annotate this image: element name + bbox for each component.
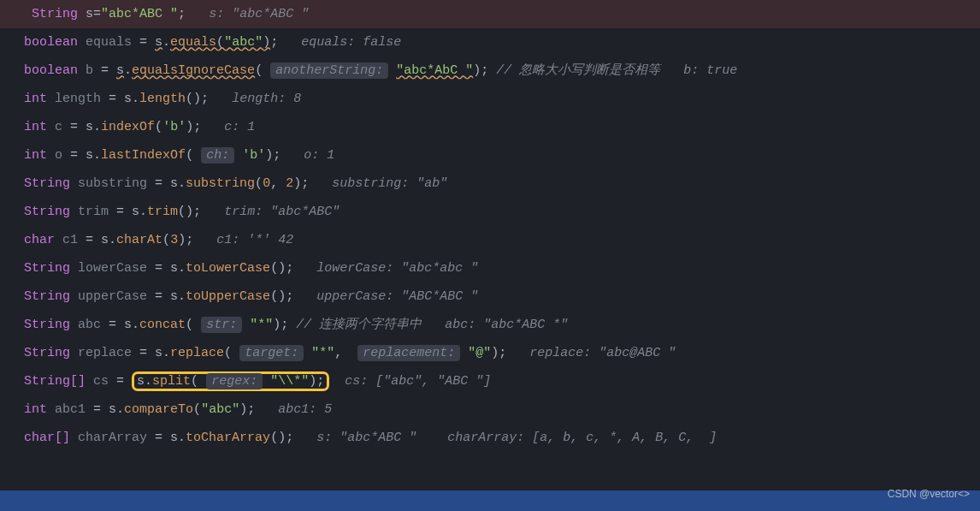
code-line[interactable]: char c1 = s.charAt(3); c1: '*' 42	[0, 226, 980, 254]
code-line[interactable]: boolean equals = s.equals("abc"); equals…	[0, 28, 980, 56]
semicolon: ;	[178, 7, 186, 21]
param-hint: anotherString:	[270, 62, 388, 79]
code-line[interactable]: int o = s.lastIndexOf( ch: 'b'); o: 1	[0, 141, 980, 169]
object-ref: s	[124, 318, 132, 332]
variable: replace	[78, 346, 132, 360]
object-ref: s	[170, 289, 178, 304]
variable: charArray	[78, 431, 147, 445]
inline-hint: b: true	[683, 63, 737, 78]
code-line[interactable]: String replace = s.replace( target: "*",…	[0, 339, 980, 367]
code-line[interactable]: String trim = s.trim(); trim: "abc*ABC"	[0, 198, 980, 226]
string-literal: "\\*"	[270, 374, 309, 389]
code-line[interactable]: String lowerCase = s.toLowerCase(); lowe…	[0, 254, 980, 282]
inline-hint: abc1: 5	[278, 402, 332, 417]
code-line[interactable]: int abc1 = s.compareTo("abc"); abc1: 5	[0, 395, 980, 424]
inline-hint: replace: "abc@ABC "	[529, 346, 676, 360]
keyword: String	[24, 289, 70, 304]
param-hint: str:	[201, 317, 242, 333]
string-literal: "*"	[311, 346, 334, 360]
inline-hint: length: 8	[232, 92, 301, 106]
inline-hint: upperCase: "ABC*ABC "	[316, 289, 478, 304]
method-call: compareTo	[124, 402, 193, 417]
method-call: replace	[170, 346, 224, 360]
method-call: charAt	[116, 233, 162, 247]
watermark: CSDN @vector<>	[888, 480, 970, 508]
highlight-box: s.split( regex: "\\*");	[132, 371, 329, 391]
variable: upperCase	[78, 289, 147, 304]
code-line[interactable]: String s="abc*ABC "; s: "abc*ABC "	[0, 0, 980, 28]
method-call: equals	[170, 35, 216, 50]
string-literal: "@"	[468, 346, 491, 360]
object-ref: s	[170, 261, 178, 276]
method-call: concat	[139, 318, 186, 332]
char-literal: 'b'	[162, 120, 186, 134]
object-ref: s	[170, 176, 178, 191]
inline-hint: s: "abc*ABC "	[316, 431, 416, 445]
object-ref: s	[155, 35, 162, 50]
param-hint: ch:	[201, 147, 234, 163]
string-literal: "abc*ABC "	[101, 7, 178, 21]
string-literal: "abc"	[224, 35, 263, 50]
number-literal: 3	[170, 233, 178, 247]
method-call: lastIndexOf	[101, 148, 186, 163]
keyword: boolean	[24, 35, 78, 50]
object-ref: s	[86, 148, 93, 163]
comment-text: 连接两个字符串中	[319, 318, 422, 332]
code-line[interactable]: int c = s.indexOf('b'); c: 1	[0, 113, 980, 141]
code-line[interactable]: int length = s.length(); length: 8	[0, 85, 980, 113]
param-hint: regex:	[206, 373, 263, 389]
variable: equals	[86, 35, 132, 50]
inline-hint: charArray: [a, b, c, *, A, B, C, ]	[447, 431, 717, 445]
method-call: equalsIgnoreCase	[132, 63, 255, 78]
object-ref: s	[124, 92, 132, 106]
method-call: toLowerCase	[186, 261, 270, 276]
string-literal: "abc*AbC "	[396, 63, 473, 78]
code-line[interactable]: boolean b = s.equalsIgnoreCase( anotherS…	[0, 56, 980, 85]
object-ref: s	[86, 120, 93, 134]
code-line[interactable]: String[] cs = s.split( regex: "\\*"); cs…	[0, 367, 980, 395]
object-ref: s	[101, 233, 109, 247]
code-line[interactable]: char[] charArray = s.toCharArray(); s: "…	[0, 424, 980, 452]
object-ref: s	[109, 402, 116, 417]
method-call: toUpperCase	[186, 289, 270, 304]
variable: length	[55, 92, 101, 106]
method-call: trim	[147, 205, 178, 219]
variable: abc1	[55, 402, 86, 417]
object-ref: s	[137, 374, 145, 389]
keyword: String	[24, 318, 70, 332]
inline-hint: equals: false	[301, 35, 401, 50]
method-call: toCharArray	[186, 431, 270, 445]
inline-hint: trim: "abc*ABC"	[224, 205, 339, 219]
inline-hint: cs: ["abc", "ABC "]	[345, 374, 491, 389]
variable: c1	[62, 233, 78, 247]
keyword: String	[24, 176, 70, 191]
param-hint: replacement:	[357, 345, 460, 361]
method-call: indexOf	[101, 120, 155, 134]
code-line[interactable]: String substring = s.substring(0, 2); su…	[0, 169, 980, 198]
inline-hint: lowerCase: "abc*abc "	[316, 261, 478, 276]
param-hint: target:	[239, 345, 304, 361]
variable: trim	[78, 205, 109, 219]
keyword: int	[24, 92, 47, 106]
keyword: String	[24, 261, 70, 276]
inline-hint: c1: '*' 42	[216, 233, 293, 247]
keyword: int	[24, 148, 47, 163]
method-call: substring	[186, 176, 255, 191]
string-literal: "abc"	[201, 402, 239, 417]
keyword: String	[32, 7, 78, 21]
comment-text: 忽略大小写判断是否相等	[519, 63, 660, 78]
keyword: String[]	[24, 374, 86, 389]
variable: o	[55, 148, 62, 163]
code-line[interactable]: String abc = s.concat( str: "*"); // 连接两…	[0, 311, 980, 339]
variable: abc	[78, 318, 101, 332]
variable: cs	[93, 374, 109, 389]
object-ref: s	[170, 431, 178, 445]
char-literal: 'b'	[242, 148, 265, 163]
keyword: String	[24, 346, 70, 360]
method-call: length	[139, 92, 186, 106]
code-line[interactable]: String upperCase = s.toUpperCase(); uppe…	[0, 282, 980, 311]
inline-hint: abc: "abc*ABC *"	[445, 318, 568, 332]
keyword: char[]	[24, 431, 70, 445]
object-ref: s	[116, 63, 124, 78]
keyword: char	[24, 233, 55, 247]
